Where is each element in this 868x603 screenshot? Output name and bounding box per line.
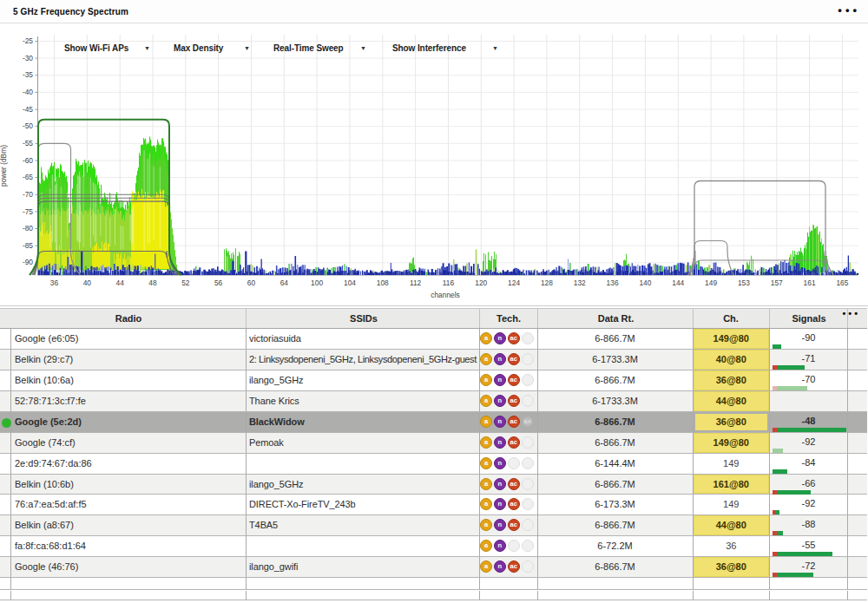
svg-text:-55: -55 — [23, 139, 33, 147]
svg-text:153: 153 — [738, 279, 750, 287]
svg-text:-65: -65 — [23, 173, 33, 181]
svg-text:52: 52 — [181, 279, 190, 287]
svg-text:149: 149 — [705, 279, 717, 287]
svg-text:-85: -85 — [23, 241, 33, 250]
svg-text:100: 100 — [311, 279, 323, 287]
svg-text:161: 161 — [804, 279, 816, 287]
svg-text:-90: -90 — [23, 258, 33, 266]
svg-text:-80: -80 — [23, 224, 33, 233]
svg-text:44: 44 — [116, 279, 125, 287]
svg-text:140: 140 — [639, 279, 651, 287]
svg-text:-60: -60 — [23, 156, 33, 165]
svg-text:40: 40 — [83, 279, 92, 287]
svg-text:-50: -50 — [23, 121, 33, 130]
svg-text:157: 157 — [771, 279, 783, 287]
svg-text:165: 165 — [836, 279, 848, 287]
svg-text:120: 120 — [475, 279, 487, 287]
svg-text:128: 128 — [541, 279, 553, 287]
svg-text:112: 112 — [410, 279, 422, 287]
svg-text:136: 136 — [607, 279, 619, 287]
svg-text:channels: channels — [431, 291, 460, 299]
svg-text:104: 104 — [344, 279, 356, 287]
svg-text:124: 124 — [508, 279, 520, 287]
svg-text:108: 108 — [377, 279, 389, 287]
svg-text:60: 60 — [247, 279, 256, 287]
svg-text:-70: -70 — [23, 190, 33, 199]
svg-text:power (dBm): power (dBm) — [0, 145, 8, 187]
svg-text:56: 56 — [214, 279, 223, 287]
svg-text:116: 116 — [443, 279, 455, 287]
svg-text:48: 48 — [148, 279, 157, 287]
svg-text:132: 132 — [574, 279, 586, 287]
svg-text:36: 36 — [50, 279, 59, 287]
svg-text:-40: -40 — [23, 88, 33, 96]
svg-text:-45: -45 — [23, 105, 33, 114]
svg-text:-35: -35 — [23, 70, 33, 79]
svg-text:64: 64 — [280, 279, 289, 287]
svg-text:144: 144 — [672, 279, 684, 287]
svg-text:-75: -75 — [23, 207, 33, 216]
